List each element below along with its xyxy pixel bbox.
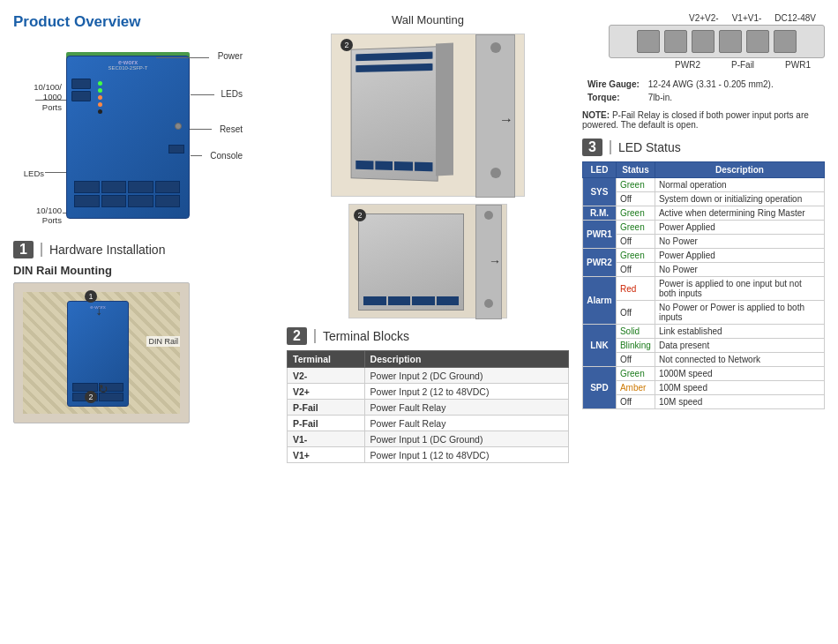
- terminal-section: 2 Terminal Blocks Terminal Description V…: [287, 327, 569, 463]
- wall-screw-3: [484, 211, 493, 220]
- wire-gauge-label: Wire Gauge:: [584, 79, 643, 90]
- led-status-cell: Green: [616, 178, 655, 192]
- leds-right-line: [191, 94, 214, 95]
- wall-diagram2-wrapper: → 2: [287, 204, 569, 318]
- description-col-header: Description: [655, 162, 824, 178]
- led-1: [98, 81, 102, 86]
- terminal-cell: P-Fail: [288, 400, 365, 416]
- led-name-cell: R.M.: [583, 206, 617, 221]
- terminal-row: V2+ Power Input 2 (12 to 48VDC): [288, 384, 569, 400]
- wall-arrow-right: →: [499, 112, 513, 128]
- eth-port: [128, 195, 153, 207]
- led-name-cell: Alarm: [583, 277, 617, 325]
- description-cell: Power Input 1 (DC Ground): [364, 431, 568, 447]
- device-diagram: 10/100/1000Ports LEDs 10/100Ports e·worx…: [13, 38, 243, 232]
- led-name-cell: SPD: [583, 367, 617, 409]
- eth-port: [101, 195, 127, 207]
- leds-left-label: LEDs: [13, 168, 44, 178]
- terminal-row: V2- Power Input 2 (DC Ground): [288, 368, 569, 384]
- connector-slot-5: [746, 30, 769, 53]
- flat-eth-port: [412, 296, 435, 305]
- description-cell: Power Fault Relay: [364, 416, 568, 431]
- led-description-cell: Power Applied: [655, 221, 824, 235]
- led-2: [98, 88, 102, 93]
- eth-port: [74, 195, 100, 207]
- right-column: V2+V2- V1+V1- DC12-48V PWR2 P-Fail: [578, 13, 825, 631]
- reset-button: [175, 123, 182, 130]
- led-description-cell: Link established: [655, 325, 824, 339]
- hw-section-num: 1: [13, 241, 34, 258]
- left-column: Product Overview 10/100/1000Ports LEDs 1…: [13, 13, 278, 631]
- console-label: Console: [210, 151, 243, 161]
- dc-label: DC12-48V: [774, 13, 816, 23]
- connector-slot-1: [637, 30, 660, 53]
- torque-value: 7lb-in.: [645, 92, 777, 103]
- wall-screw-4: [484, 299, 493, 308]
- terminal-row: P-Fail Power Fault Relay: [288, 400, 569, 416]
- v1-label: V1+V1-: [732, 13, 762, 23]
- led-status-cell: Green: [616, 249, 655, 263]
- wall-device-3d: [351, 46, 438, 182]
- led-description-cell: Power Applied: [655, 249, 824, 263]
- description-col-header: Description: [364, 351, 568, 368]
- led-status-section: 3 LED Status LED Status Description SYS …: [582, 139, 825, 409]
- terminal-cell: V2+: [288, 384, 365, 400]
- ports-bottom-label: 10/100Ports: [13, 206, 62, 226]
- led-row: SYS Green Normal operation: [583, 178, 825, 192]
- led-description-cell: Power is applied to one input but not bo…: [655, 277, 824, 301]
- leds-right-label: LEDs: [221, 89, 243, 99]
- wall-device-port-strip: [355, 52, 432, 62]
- terminal-cell: V2-: [288, 368, 365, 384]
- wall-eth-port: [394, 161, 413, 171]
- led-name-cell: PWR2: [583, 249, 617, 277]
- pfail-label: P-Fail: [731, 60, 754, 70]
- terminal-cell: V1-: [288, 431, 365, 447]
- terminal-cell: P-Fail: [288, 416, 365, 431]
- led-status-cell: Off: [616, 235, 655, 249]
- connector-slot-2: [664, 30, 687, 53]
- flat-eth-port: [363, 296, 386, 305]
- leds-left-line: [45, 172, 66, 173]
- led-section-num: 3: [582, 139, 602, 156]
- led-row: Off No Power: [583, 263, 825, 277]
- power-line: [156, 57, 209, 58]
- connector-slot-6: [774, 30, 797, 53]
- terminal-col-header: Terminal: [288, 351, 365, 368]
- terminal-row: V1+ Power Input 1 (12 to 48VDC): [288, 447, 569, 463]
- reset-line: [190, 129, 212, 130]
- led-status-cell: Off: [616, 192, 655, 206]
- note-box: NOTE: P-Fail Relay is closed if both pow…: [582, 110, 820, 130]
- status-col-header: Status: [616, 162, 655, 178]
- led-header-row: LED Status Description: [583, 162, 825, 178]
- ethernet-ports: [74, 181, 180, 207]
- console-line: [191, 155, 202, 156]
- wall-device-side: [436, 42, 453, 176]
- eth-port: [128, 181, 153, 193]
- console-port: [168, 145, 184, 154]
- product-overview-title: Product Overview: [13, 13, 269, 31]
- ports-top-label: 10/100/1000Ports: [13, 82, 62, 112]
- led-indicators: [98, 81, 102, 114]
- flat-eth-port: [437, 296, 460, 305]
- v2-label: V2+V2-: [689, 13, 719, 23]
- din-port: [72, 383, 98, 392]
- wall-eth-port: [355, 161, 373, 169]
- connector-top-labels: V2+V2- V1+V1- DC12-48V: [582, 13, 825, 23]
- sfp-port-2: [71, 91, 91, 101]
- connector-slot-3: [692, 30, 715, 53]
- description-cell: Power Fault Relay: [364, 400, 568, 416]
- wall-diagram-bottom: → 2: [348, 204, 507, 318]
- led-name-cell: LNK: [583, 325, 617, 367]
- wall-screw-2: [490, 168, 501, 178]
- led-description-cell: System down or initializing operation: [655, 192, 824, 206]
- middle-column: Wall Mounting: [278, 13, 578, 631]
- led-description-cell: 100M speed: [655, 381, 824, 395]
- sfp-ports: [71, 79, 91, 101]
- led-description-cell: Normal operation: [655, 178, 824, 192]
- din-step-1: 1: [85, 290, 97, 303]
- wall-eth-port: [415, 162, 433, 172]
- terminal-section-num: 2: [287, 327, 307, 345]
- led-row: Off System down or initializing operatio…: [583, 192, 825, 206]
- led-description-cell: No Power or Power is applied to both inp…: [655, 301, 824, 325]
- terminal-header-row: Terminal Description: [288, 351, 569, 368]
